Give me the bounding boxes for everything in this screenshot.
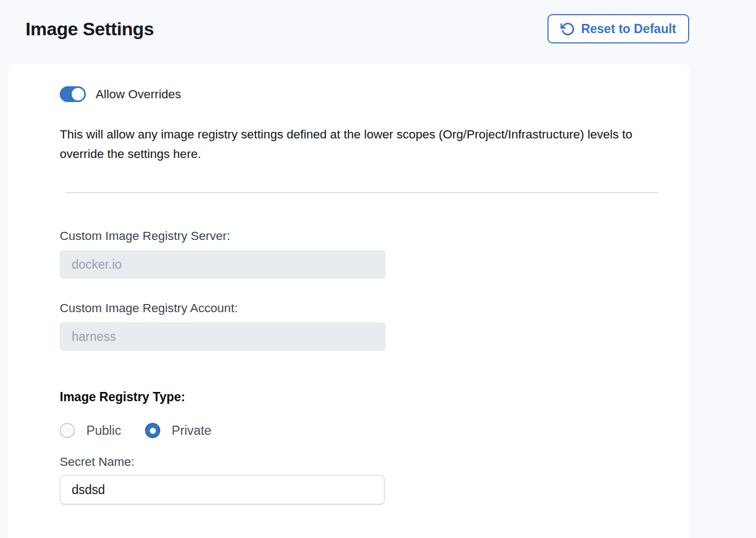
- radio-circle-public: [60, 423, 75, 438]
- registry-account-field: Custom Image Registry Account:: [60, 301, 667, 351]
- allow-overrides-row: Allow Overrides: [60, 86, 667, 102]
- section-divider: [65, 192, 658, 193]
- radio-option-public[interactable]: Public: [60, 423, 121, 438]
- toggle-knob: [72, 88, 84, 100]
- registry-account-label: Custom Image Registry Account:: [60, 301, 667, 315]
- allow-overrides-label: Allow Overrides: [96, 87, 181, 102]
- registry-server-input[interactable]: [60, 250, 386, 279]
- registry-server-label: Custom Image Registry Server:: [60, 229, 667, 243]
- secret-name-label: Secret Name:: [60, 455, 667, 469]
- reset-ccw-icon: [560, 22, 575, 36]
- registry-server-field: Custom Image Registry Server:: [60, 229, 667, 279]
- image-settings-card: Allow Overrides This will allow any imag…: [8, 64, 689, 538]
- radio-option-private[interactable]: Private: [145, 423, 211, 438]
- page-title: Image Settings: [26, 17, 154, 41]
- registry-type-label: Image Registry Type:: [60, 390, 667, 404]
- reset-to-default-button[interactable]: Reset to Default: [547, 14, 689, 43]
- secret-name-field: Secret Name:: [60, 455, 667, 504]
- reset-button-label: Reset to Default: [581, 22, 676, 36]
- registry-account-input[interactable]: [60, 322, 386, 351]
- radio-circle-private: [145, 423, 160, 438]
- registry-type-radio-group: Public Private: [60, 423, 667, 438]
- radio-label-public: Public: [86, 423, 121, 438]
- allow-overrides-toggle[interactable]: [60, 86, 86, 102]
- header: Image Settings Reset to Default: [0, 0, 756, 43]
- override-description: This will allow any image registry setti…: [60, 125, 665, 164]
- secret-name-input[interactable]: [60, 475, 385, 504]
- radio-label-private: Private: [172, 423, 211, 438]
